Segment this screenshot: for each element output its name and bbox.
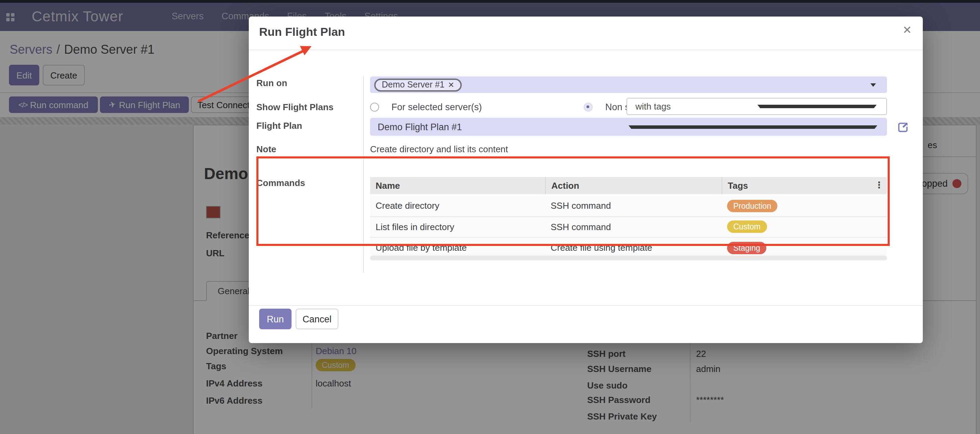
- run-flight-plan-dialog: Run Flight Plan ✕ Run on Show Flight Pla…: [249, 16, 923, 343]
- dialog-title: Run Flight Plan: [259, 25, 345, 39]
- flight-plan-select[interactable]: Demo Flight Plan #1: [370, 118, 887, 136]
- run-on-input[interactable]: Demo Server #1 ✕: [370, 76, 887, 93]
- tag-custom: Custom: [727, 221, 767, 233]
- external-link-icon[interactable]: [897, 121, 909, 133]
- tag-production: Production: [727, 200, 777, 212]
- commands-table-header: Name Action Tags ⋮: [370, 177, 887, 194]
- horizontal-scrollbar[interactable]: [370, 256, 887, 261]
- kebab-icon[interactable]: ⋮: [875, 180, 883, 190]
- screenshot-root: Cetmix Tower Servers Commands Files Tool…: [0, 0, 980, 434]
- radio-label-for-selected[interactable]: For selected server(s): [391, 102, 482, 112]
- run-button[interactable]: Run: [259, 308, 291, 329]
- commands-table: Name Action Tags ⋮ Create directory SSH …: [370, 177, 887, 259]
- chevron-down-icon: [757, 105, 877, 108]
- dialog-header-divider: [249, 49, 923, 50]
- dialog-footer-divider: [249, 305, 923, 306]
- commands-label: Commands: [256, 178, 305, 188]
- flight-plan-label: Flight Plan: [256, 121, 302, 131]
- tags-filter-select[interactable]: with tags: [627, 98, 887, 115]
- radio-non-server-restricted[interactable]: [584, 102, 593, 111]
- form-column-divider: [363, 76, 364, 273]
- chevron-down-icon[interactable]: [870, 83, 876, 87]
- tag-staging: Staging: [727, 242, 766, 254]
- server-chip[interactable]: Demo Server #1 ✕: [374, 78, 462, 91]
- col-header-tags[interactable]: Tags: [722, 177, 887, 194]
- note-value: Create directory and list its content: [370, 144, 508, 154]
- close-icon[interactable]: ✕: [902, 24, 912, 37]
- cancel-button[interactable]: Cancel: [296, 308, 338, 329]
- show-flight-plans-label: Show Flight Plans: [256, 102, 334, 112]
- note-label: Note: [256, 144, 276, 154]
- chevron-down-icon: [628, 125, 877, 129]
- col-header-name[interactable]: Name: [370, 177, 545, 194]
- col-header-action[interactable]: Action: [545, 177, 722, 194]
- radio-for-selected-servers[interactable]: [370, 102, 379, 111]
- chip-remove-icon[interactable]: ✕: [448, 80, 454, 89]
- table-row[interactable]: List files in directory SSH command Cust…: [370, 217, 887, 238]
- run-on-label: Run on: [256, 78, 287, 88]
- table-row[interactable]: Create directory SSH command Production: [370, 196, 887, 217]
